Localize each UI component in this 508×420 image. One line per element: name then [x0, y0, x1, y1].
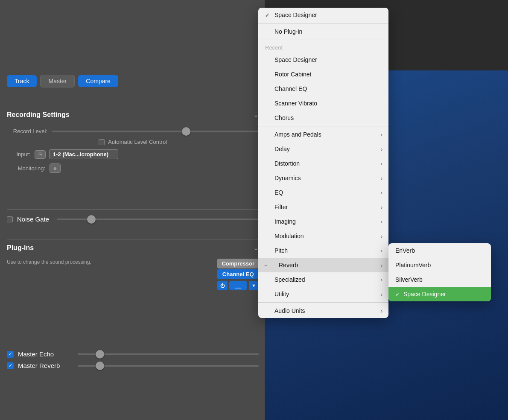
monitoring-row: Monitoring: ⎈: [7, 163, 259, 173]
master-echo-slider[interactable]: [78, 353, 259, 355]
master-echo-label: Master Echo: [18, 350, 73, 358]
recent-space-designer[interactable]: Space Designer: [258, 52, 388, 67]
recent-chorus[interactable]: Chorus: [258, 111, 388, 125]
audio-units-arrow: ›: [381, 308, 382, 314]
reverb-submenu: EnVerb PlatinumVerb SilverVerb ✓ Space D…: [388, 243, 491, 301]
plugin-controls-row: ⏻ ⎯⎯ ▼: [217, 281, 259, 290]
input-select[interactable]: 1-2 (Mac...icrophone): [49, 149, 118, 159]
record-level-row: Record Level:: [7, 128, 259, 134]
utility-arrow: ›: [381, 291, 382, 298]
plugin-channel-eq[interactable]: Channel EQ: [217, 269, 259, 279]
alc-label: Automatic Level Control: [108, 139, 167, 145]
noise-gate-section: Noise Gate: [7, 209, 259, 225]
category-amps-pedals[interactable]: Amps and Pedals ›: [258, 127, 388, 142]
recent-channel-eq[interactable]: Channel EQ: [258, 82, 388, 96]
dynamics-arrow: ›: [381, 175, 382, 181]
sub-platinumverb[interactable]: PlatinumVerb: [388, 258, 491, 272]
sub-space-designer[interactable]: ✓ Space Designer: [388, 287, 491, 301]
plugins-section: Plug-ins ⌄ Use to change the sound proce…: [7, 239, 259, 293]
recent-rotor-cabinet[interactable]: Rotor Cabinet: [258, 67, 388, 82]
plugin-eq-button[interactable]: ⎯⎯: [229, 281, 247, 290]
category-specialized[interactable]: Specialized ›: [258, 272, 388, 287]
audio-units-label: Audio Units: [274, 307, 305, 314]
reverb-arrow: ›: [381, 262, 382, 268]
delay-arrow: ›: [381, 146, 382, 152]
noise-gate-thumb[interactable]: [87, 215, 96, 224]
dropdown-selected-label: Space Designer: [274, 12, 317, 18]
master-reverb-slider[interactable]: [78, 365, 259, 367]
no-plugin-checkmark: [265, 29, 272, 35]
noise-gate-checkbox[interactable]: [7, 216, 13, 222]
dropdown-divider-1: [258, 23, 388, 23]
recent-section-label: Recent: [258, 41, 388, 52]
imaging-arrow: ›: [381, 219, 382, 225]
audio-units[interactable]: Audio Units ›: [258, 303, 388, 318]
category-utility[interactable]: Utility ›: [258, 287, 388, 301]
amps-pedals-arrow: ›: [381, 131, 382, 138]
distortion-arrow: ›: [381, 160, 382, 167]
category-eq[interactable]: EQ ›: [258, 185, 388, 200]
noise-gate-row: Noise Gate: [7, 216, 259, 223]
plugin-compressor[interactable]: Compressor: [217, 259, 259, 268]
noise-gate-label: Noise Gate: [17, 216, 49, 223]
category-delay[interactable]: Delay ›: [258, 142, 388, 156]
record-level-label: Record Level:: [7, 128, 52, 134]
dropdown-divider-4: [258, 302, 388, 303]
reverb-dash: −: [264, 262, 268, 268]
sends-section: ✓ Master Echo ✓ Master Reverb: [7, 346, 259, 373]
category-filter[interactable]: Filter ›: [258, 200, 388, 214]
link-icon[interactable]: ♾: [35, 150, 46, 159]
plugin-description: Use to change the sound processing.: [7, 259, 92, 266]
space-designer-checkmark: ✓: [395, 291, 400, 298]
pitch-arrow: ›: [381, 248, 382, 254]
recent-scanner-vibrato[interactable]: Scanner Vibrato: [258, 96, 388, 111]
dropdown-no-plugin[interactable]: No Plug-in: [258, 24, 388, 39]
record-level-slider[interactable]: [52, 131, 259, 132]
dropdown-divider-2: [258, 40, 388, 40]
main-dropdown: ✓ Space Designer No Plug-in Recent Space…: [258, 8, 388, 318]
monitoring-label: Monitoring:: [11, 165, 50, 172]
plugins-header: Plug-ins ⌄: [7, 239, 259, 255]
recording-settings-section: Recording Settings ⌄ Record Level: Autom…: [7, 106, 259, 176]
noise-gate-slider-area: [53, 219, 259, 220]
master-reverb-label: Master Reverb: [18, 362, 73, 369]
sub-enverb[interactable]: EnVerb: [388, 243, 491, 258]
plugin-arrow-button[interactable]: ▼: [249, 281, 258, 290]
monitoring-btn[interactable]: ⎈: [50, 163, 61, 173]
compare-tab[interactable]: Compare: [78, 75, 118, 87]
record-level-thumb[interactable]: [182, 127, 190, 136]
recording-settings-header: Recording Settings ⌄: [7, 106, 259, 122]
tab-area: Track Master Compare: [7, 75, 118, 88]
input-label: Input:: [11, 151, 35, 158]
modulation-arrow: ›: [381, 233, 382, 239]
master-echo-row: ✓ Master Echo: [7, 350, 259, 358]
sub-silververb[interactable]: SilverVerb: [388, 272, 491, 287]
no-plugin-label: No Plug-in: [274, 28, 302, 35]
category-imaging[interactable]: Imaging ›: [258, 214, 388, 229]
filter-arrow: ›: [381, 204, 382, 210]
master-reverb-checkbox[interactable]: ✓: [7, 362, 14, 369]
dropdown-selected-item[interactable]: ✓ Space Designer: [258, 8, 388, 22]
plugin-power-button[interactable]: ⏻: [217, 281, 228, 290]
input-row: Input: ♾ 1-2 (Mac...icrophone): [7, 149, 259, 159]
alc-checkbox[interactable]: [99, 139, 105, 145]
category-reverb[interactable]: − Reverb ›: [258, 258, 388, 272]
recording-settings-title: Recording Settings: [7, 111, 70, 119]
category-distortion[interactable]: Distortion ›: [258, 156, 388, 171]
eq-arrow: ›: [381, 190, 382, 196]
master-echo-checkbox[interactable]: ✓: [7, 351, 14, 358]
noise-gate-slider[interactable]: [57, 219, 259, 220]
master-reverb-thumb[interactable]: [96, 362, 104, 370]
track-tab[interactable]: Track: [7, 75, 37, 87]
specialized-arrow: ›: [381, 277, 382, 283]
master-tab[interactable]: Master: [40, 75, 75, 88]
selected-checkmark: ✓: [265, 12, 272, 18]
category-modulation[interactable]: Modulation ›: [258, 229, 388, 243]
category-dynamics[interactable]: Dynamics ›: [258, 171, 388, 185]
master-reverb-row: ✓ Master Reverb: [7, 362, 259, 369]
master-echo-thumb[interactable]: [96, 350, 104, 359]
category-pitch[interactable]: Pitch ›: [258, 243, 388, 258]
alc-row: Automatic Level Control: [7, 139, 259, 145]
dropdown-divider-3: [258, 126, 388, 126]
plugin-list: Compressor Channel EQ ⏻ ⎯⎯ ▼: [217, 259, 259, 290]
